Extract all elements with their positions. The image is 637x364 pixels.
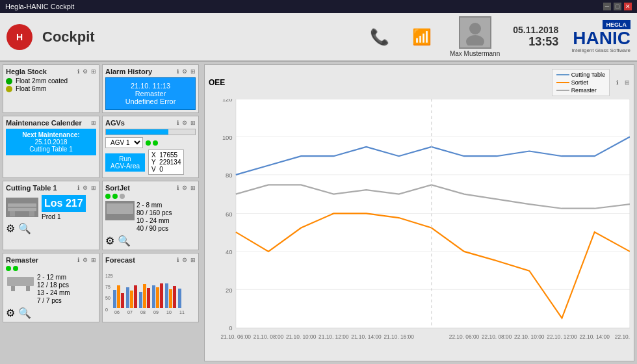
brand-logo: HEGLA HANIC Intelligent Glass Software — [571, 20, 630, 53]
sortjet-status-dots — [105, 194, 196, 199]
legend-cutting-line — [556, 74, 569, 75]
brand-name: HANIC — [573, 29, 630, 47]
forecast-svg: 0 50 75 125 — [105, 266, 190, 315]
svg-text:11: 11 — [179, 310, 185, 315]
svg-text:0: 0 — [105, 307, 108, 312]
rm-dot-2 — [13, 266, 18, 271]
third-row: Cutting Table 1 ℹ ⚙ ⊞ Los 217 — [3, 181, 199, 250]
rm-expand-icon[interactable]: ⊞ — [91, 257, 96, 263]
oee-header: OEE Cutting Table Sortiet Remaster — [209, 69, 630, 96]
agv-expand-icon[interactable]: ⊞ — [190, 120, 196, 126]
rm-settings-icon[interactable]: ⚙ — [83, 257, 88, 263]
close-button[interactable]: ✕ — [624, 3, 632, 10]
title-bar-controls: ─ □ ✕ — [603, 3, 632, 10]
sortjet-qty-1: 80 / 160 pcs — [136, 209, 172, 216]
svg-rect-27 — [160, 283, 163, 308]
alarm-type: Remaster — [110, 90, 191, 98]
fc-settings-icon[interactable]: ⚙ — [182, 257, 187, 263]
alarm-expand-icon[interactable]: ⊞ — [190, 68, 196, 75]
alarm-icons: ℹ ⚙ ⊞ — [176, 68, 196, 75]
rm-dot-1 — [6, 266, 11, 271]
sortjet-range-2: 10 - 24 mm — [136, 217, 172, 224]
maintenance-date: 25.10.2018 — [8, 138, 94, 146]
minimize-button[interactable]: ─ — [603, 3, 611, 10]
agv-bar-row — [105, 129, 196, 135]
sortjet-gear-icon[interactable]: ⚙ — [105, 235, 114, 247]
svg-rect-17 — [117, 285, 120, 308]
sortjet-icons: ℹ ⚙ ⊞ — [176, 185, 196, 191]
agv-selector[interactable]: AGV 1 — [105, 137, 143, 148]
maint-expand-icon[interactable]: ⊞ — [91, 120, 96, 126]
svg-rect-16 — [113, 290, 116, 308]
cutting-info: Los 217 Prod 1 — [42, 194, 86, 220]
cutting-table-card: Cutting Table 1 ℹ ⚙ ⊞ Los 217 — [3, 181, 99, 250]
alarm-entry[interactable]: 21.10. 11:13 Remaster Undefined Error — [105, 77, 196, 110]
rm-info-icon[interactable]: ℹ — [77, 257, 79, 263]
svg-text:100: 100 — [222, 134, 233, 141]
oee-panel: OEE Cutting Table Sortiet Remaster — [204, 64, 634, 361]
legend-sortiet-line — [556, 82, 569, 83]
remaster-card: Remaster ℹ ⚙ ⊞ 2 - 12 mm — [3, 253, 99, 322]
settings-icon[interactable]: ⚙ — [83, 68, 88, 75]
sortjet-search-icon[interactable]: 🔍 — [118, 235, 131, 247]
remaster-gear-icon[interactable]: ⚙ — [6, 307, 15, 319]
datetime: 05.11.2018 13:53 — [513, 25, 558, 49]
oee-chart-container: 0 20 40 60 80 100 120 21.10. 06:00 21.10… — [209, 99, 630, 357]
fc-expand-icon[interactable]: ⊞ — [190, 257, 196, 263]
remaster-status-dots — [6, 266, 96, 271]
alarm-datetime: 21.10. 11:13 — [110, 82, 191, 90]
svg-rect-18 — [121, 293, 124, 308]
svg-text:06: 06 — [114, 310, 120, 315]
maximize-button[interactable]: □ — [614, 3, 621, 10]
cutting-gear-icon[interactable]: ⚙ — [6, 222, 15, 235]
ct-settings-icon[interactable]: ⚙ — [83, 185, 88, 191]
sj-info-icon[interactable]: ℹ — [177, 185, 179, 191]
forecast-title: Forecast — [105, 256, 135, 264]
cutting-los-value: 217 — [66, 198, 83, 209]
maintenance-box: Next Maintenance: 25.10.2018 Cutting Tab… — [6, 129, 96, 155]
alarm-settings-icon[interactable]: ⚙ — [182, 68, 187, 75]
forecast-icons: ℹ ⚙ ⊞ — [176, 257, 196, 263]
ct-expand-icon[interactable]: ⊞ — [91, 185, 96, 191]
cutting-search-icon[interactable]: 🔍 — [18, 222, 31, 235]
remaster-qty-1: 12 / 18 pcs — [37, 281, 70, 289]
wifi-icon[interactable]: 📶 — [408, 22, 437, 51]
agv-settings-icon[interactable]: ⚙ — [182, 120, 187, 126]
legend-sortiet: Sortiet — [556, 79, 605, 86]
cutting-los-label: Los — [44, 198, 62, 209]
oee-expand-icon[interactable]: ⊞ — [625, 79, 630, 86]
legend-cutting: Cutting Table — [556, 72, 605, 78]
left-panel: Hegla Stock ℹ ⚙ ⊞ Float 2mm coated Float… — [0, 62, 202, 364]
svg-text:08: 08 — [140, 310, 146, 315]
main-content: Hegla Stock ℹ ⚙ ⊞ Float 2mm coated Float… — [0, 62, 637, 364]
svg-rect-26 — [156, 287, 159, 308]
sj-settings-icon[interactable]: ⚙ — [182, 185, 187, 191]
fc-info-icon[interactable]: ℹ — [177, 257, 179, 263]
remaster-search-icon[interactable]: 🔍 — [18, 307, 31, 319]
expand-icon[interactable]: ⊞ — [91, 68, 96, 75]
svg-rect-29 — [169, 289, 172, 308]
oee-chart-svg: 0 20 40 60 80 100 120 21.10. 06:00 21.10… — [209, 99, 630, 357]
agv-info-icon[interactable]: ℹ — [177, 120, 179, 126]
legend-remaster-label: Remaster — [571, 87, 597, 94]
remaster-bottom-icons: ⚙ 🔍 — [6, 307, 96, 319]
forecast-chart: 0 50 75 125 — [105, 266, 196, 316]
remaster-header: Remaster ℹ ⚙ ⊞ — [6, 256, 96, 264]
info-icon[interactable]: ℹ — [77, 68, 79, 75]
alarm-info-icon[interactable]: ℹ — [177, 68, 179, 75]
hegla-stock-card: Hegla Stock ℹ ⚙ ⊞ Float 2mm coated Float… — [3, 64, 99, 113]
sortjet-content: 2 - 8 mm 80 / 160 pcs 10 - 24 mm 40 / 90… — [105, 201, 196, 233]
svg-rect-28 — [165, 283, 168, 308]
agv-coords: X 17655 Y 229134 V 0 — [148, 150, 184, 175]
agv-run-button[interactable]: Run AGV-Area — [105, 153, 145, 172]
remaster-icons: ℹ ⚙ ⊞ — [76, 257, 96, 263]
ct-info-icon[interactable]: ℹ — [77, 185, 79, 191]
alarm-history-header: Alarm History ℹ ⚙ ⊞ — [105, 68, 196, 75]
agv-header: AGVs ℹ ⚙ ⊞ — [105, 119, 196, 127]
sj-expand-icon[interactable]: ⊞ — [190, 185, 196, 191]
phone-icon[interactable]: 📞 — [365, 22, 395, 51]
stock-label-1: Float 2mm coated — [16, 77, 68, 84]
sortjet-title: SortJet — [105, 184, 130, 192]
oee-info-icon[interactable]: ℹ — [616, 79, 618, 86]
sj-dot-3 — [120, 194, 125, 199]
